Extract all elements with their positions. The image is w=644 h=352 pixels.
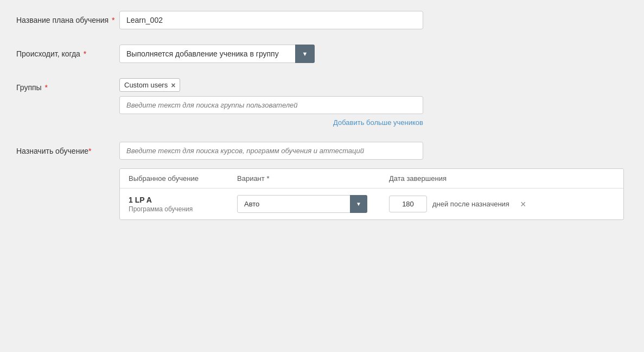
trigger-label: Происходит, когда * [16,45,119,60]
assign-content: Выбранное обучение Вариант * Дата заверш… [119,142,624,220]
variant-select[interactable]: Авто [237,195,367,213]
plan-name-label: Название плана обучения * [16,11,119,26]
group-tag-label: Custom users [124,81,168,89]
header-col-date: Дата завершения [389,174,615,183]
plan-name-content [119,11,499,29]
groups-search-input[interactable] [119,96,423,114]
plan-name-section: Название плана обучения * [16,11,628,29]
trigger-select[interactable]: Выполняется добавление ученика в группу [119,45,315,63]
assign-table: Выбранное обучение Вариант * Дата заверш… [119,168,624,220]
group-tag-remove-icon[interactable]: × [171,81,175,89]
assign-section: Назначить обучение* Выбранное обучение В… [16,142,628,220]
row-date-cell: дней после назначения × [389,196,615,212]
course-name: 1 LP A [129,196,237,204]
assign-table-header: Выбранное обучение Вариант * Дата заверш… [120,169,623,188]
add-more-students-link[interactable]: Добавить больше учеников [119,118,423,127]
header-col-name: Выбранное обучение [129,174,237,183]
groups-tags-area: Custom users × [119,78,499,92]
variant-select-wrapper: Авто [237,195,367,213]
table-row: 1 LP A Программа обучения Авто дней посл… [120,188,623,219]
days-input[interactable] [389,196,427,212]
groups-label: Группы * [16,78,119,93]
trigger-section: Происходит, когда * Выполняется добавлен… [16,45,628,63]
row-remove-icon[interactable]: × [520,199,526,209]
assign-label: Назначить обучение* [16,142,119,157]
header-col-variant: Вариант * [237,174,389,183]
trigger-required: * [84,49,86,58]
header-col-variant-required: * [266,174,269,183]
plan-name-required: * [112,16,114,24]
assign-search-input[interactable] [119,142,423,160]
groups-section: Группы * Custom users × Добавить больше … [16,78,628,127]
trigger-select-wrapper: Выполняется добавление ученика в группу [119,45,315,63]
plan-name-input[interactable] [119,11,423,29]
trigger-content: Выполняется добавление ученика в группу [119,45,499,63]
row-course-name-cell: 1 LP A Программа обучения [129,196,237,213]
days-label: дней после назначения [432,200,509,208]
groups-content: Custom users × Добавить больше учеников [119,78,499,127]
course-type: Программа обучения [129,205,237,213]
row-variant-cell: Авто [237,195,389,213]
group-tag-custom-users: Custom users × [119,78,180,92]
groups-required: * [45,83,48,92]
assign-required: * [88,147,91,155]
